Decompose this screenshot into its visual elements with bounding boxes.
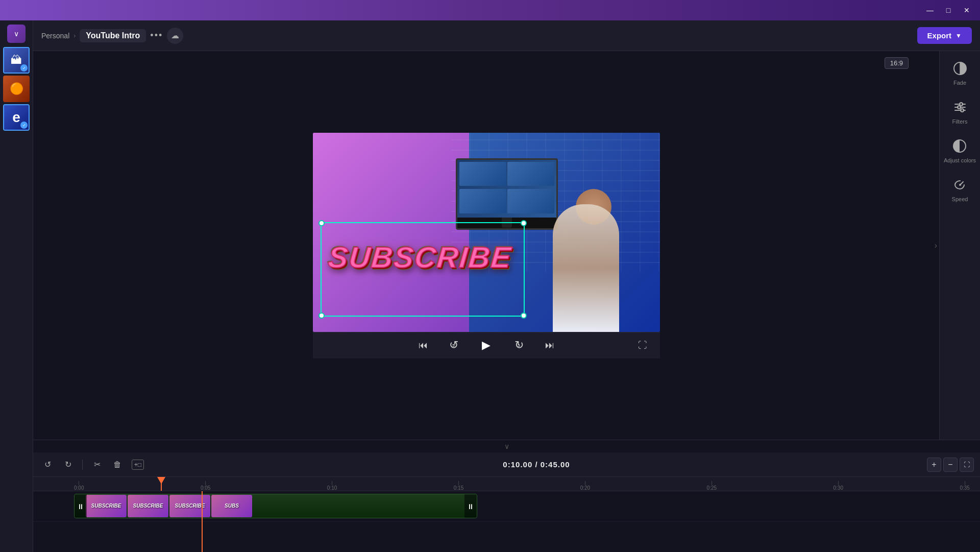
ruler-mark-10: 0:10 xyxy=(327,481,337,491)
ruler-mark-0: 0:00 xyxy=(74,481,84,491)
clip-thumb-1: SUBSCRIBE xyxy=(86,495,127,517)
sidebar-toggle-button[interactable]: ∨ xyxy=(7,25,26,43)
skip-to-end-button[interactable]: ⏭ xyxy=(541,336,559,354)
skip-to-start-button[interactable]: ⏮ xyxy=(414,336,432,354)
clip-thumb-text-3: SUBSCRIBE xyxy=(175,503,205,509)
track-content: ⏸ SUBSCRIBE SUBSCRIBE SUBSCRIBE xyxy=(74,494,980,519)
collapse-timeline-button[interactable]: ∨ xyxy=(33,440,980,452)
chevron-down-icon: ∨ xyxy=(14,30,19,38)
monitor-tile-2 xyxy=(507,162,554,186)
play-pause-button[interactable]: ▶ xyxy=(475,334,498,356)
collapse-icon: ∨ xyxy=(504,442,509,450)
video-preview: 16:9 xyxy=(33,51,939,440)
cloud-sync-button[interactable]: ☁ xyxy=(167,28,183,44)
right-panel: Fade Filters xyxy=(939,51,980,440)
speed-label: Speed xyxy=(952,196,968,202)
video-canvas: SUBSCRIBE ⇄ ⊡ xyxy=(313,133,660,332)
fade-label: Fade xyxy=(953,80,966,86)
delete-button[interactable]: 🗑 xyxy=(109,457,126,473)
pause-icon-left: ⏸ xyxy=(77,502,84,511)
undo-button[interactable]: ↺ xyxy=(39,457,56,473)
zoom-controls: + − ⛶ xyxy=(927,458,974,472)
fade-icon xyxy=(951,59,969,78)
svg-point-4 xyxy=(961,109,964,112)
clip-thumb-2: SUBSCRIBE xyxy=(128,495,168,517)
skip-end-icon: ⏭ xyxy=(545,340,554,351)
svg-point-2 xyxy=(960,103,963,106)
breadcrumb: Personal › YouTube Intro xyxy=(41,29,146,42)
close-button[interactable]: ✕ xyxy=(958,1,976,19)
monitor-stand xyxy=(502,218,512,228)
filters-tool[interactable]: Filters xyxy=(951,98,969,125)
fade-tool[interactable]: Fade xyxy=(951,59,969,86)
rewind-5-label: 5 xyxy=(452,343,454,348)
fit-timeline-button[interactable]: ⛶ xyxy=(960,458,974,472)
titlebar: — □ ✕ xyxy=(0,0,980,20)
filters-icon xyxy=(951,98,969,116)
ruler-mark-5: 0:05 xyxy=(201,481,210,491)
add-clip-icon: +□ xyxy=(132,460,144,470)
app-container: ∨ 🏔 ✓ 🟠 e ✓ Personal › YouTube In xyxy=(0,20,980,552)
export-label: Export xyxy=(927,31,952,40)
timeline-toolbar: ↺ ↻ ✂ 🗑 +□ 0:10.00 / 0:45.00 xyxy=(33,452,980,477)
rewind-5s-button[interactable]: ↺ 5 xyxy=(445,336,463,354)
undo-icon: ↺ xyxy=(44,460,51,469)
collapse-right-button[interactable]: › xyxy=(935,241,937,250)
media-thumb-2[interactable]: 🟠 xyxy=(3,76,30,102)
pause-indicator-left: ⏸ xyxy=(75,494,87,518)
forward-5-label: 5 xyxy=(518,343,520,348)
clip-thumb-4: SUBS xyxy=(211,495,252,517)
skip-start-icon: ⏮ xyxy=(419,340,428,351)
speed-icon xyxy=(951,176,969,194)
export-button[interactable]: Export ▼ xyxy=(917,27,972,44)
adjust-colors-tool[interactable]: Adjust colors xyxy=(944,137,976,163)
forward-5s-button[interactable]: ↻ 5 xyxy=(510,336,528,354)
add-clip-button[interactable]: +□ xyxy=(130,457,146,473)
filters-label: Filters xyxy=(952,118,968,125)
subscribe-text-overlay: SUBSCRIBE xyxy=(327,240,513,274)
fullscreen-icon: ⛶ xyxy=(638,340,647,351)
svg-point-3 xyxy=(958,106,961,109)
cloud-icon: ☁ xyxy=(171,31,179,40)
left-sidebar: ∨ 🏔 ✓ 🟠 e ✓ xyxy=(0,20,33,552)
svg-point-6 xyxy=(959,184,961,186)
ruler-mark-35: 0:35 xyxy=(960,481,969,491)
maximize-button[interactable]: □ xyxy=(939,1,958,19)
timeline-ruler: 0:00 0:05 0:10 0:15 xyxy=(33,477,980,491)
person-silhouette xyxy=(537,189,629,332)
project-title[interactable]: YouTube Intro xyxy=(80,29,146,42)
ruler-mark-25: 0:25 xyxy=(707,481,717,491)
media-thumb-1[interactable]: 🏔 ✓ xyxy=(3,47,30,74)
zoom-out-button[interactable]: − xyxy=(943,458,958,472)
thumb-check-1: ✓ xyxy=(20,64,28,71)
more-options-button[interactable]: ••• xyxy=(150,30,163,41)
zoom-in-button[interactable]: + xyxy=(927,458,941,472)
thumb-img-2: 🟠 xyxy=(3,76,30,102)
monitor-tile-3 xyxy=(459,189,506,213)
orange-icon: 🟠 xyxy=(10,82,23,95)
main-content: Personal › YouTube Intro ••• ☁ Export ▼ … xyxy=(33,20,980,552)
breadcrumb-personal[interactable]: Personal xyxy=(41,32,69,40)
aspect-ratio-badge[interactable]: 16:9 xyxy=(885,57,909,69)
redo-icon: ↻ xyxy=(65,460,71,469)
preview-area: 16:9 xyxy=(33,51,980,440)
header: Personal › YouTube Intro ••• ☁ Export ▼ xyxy=(33,20,980,51)
media-thumb-3[interactable]: e ✓ xyxy=(3,104,30,131)
video-bg-left xyxy=(313,133,469,332)
cut-icon: ✂ xyxy=(94,460,101,469)
ruler-mark-20: 0:20 xyxy=(580,481,590,491)
breadcrumb-chevron-icon: › xyxy=(74,32,76,39)
minimize-button[interactable]: — xyxy=(921,1,939,19)
clip-thumb-3: SUBSCRIBE xyxy=(169,495,210,517)
mountain-icon: 🏔 xyxy=(11,54,22,67)
ruler-marks: 0:00 0:05 0:10 0:15 xyxy=(74,477,980,491)
redo-button[interactable]: ↻ xyxy=(60,457,76,473)
cut-button[interactable]: ✂ xyxy=(89,457,105,473)
speed-tool[interactable]: Speed xyxy=(951,176,969,202)
timeline-time-display: 0:10.00 / 0:45.00 xyxy=(150,460,923,469)
timeline-section: ∨ ↺ ↻ ✂ 🗑 +□ xyxy=(33,440,980,552)
video-clip[interactable]: ⏸ SUBSCRIBE SUBSCRIBE SUBSCRIBE xyxy=(74,494,477,518)
timeline-tracks: ⏸ SUBSCRIBE SUBSCRIBE SUBSCRIBE xyxy=(33,491,980,552)
fullscreen-button[interactable]: ⛶ xyxy=(633,336,652,354)
adjust-colors-icon xyxy=(950,137,969,155)
